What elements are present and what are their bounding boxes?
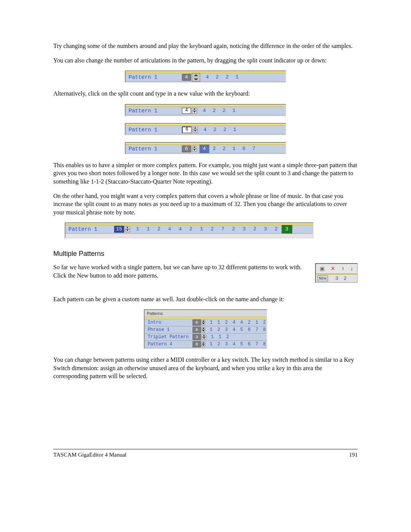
split-count-display[interactable]: 3 [193, 334, 201, 340]
articulation-cell[interactable]: 1 [229, 145, 239, 153]
pattern-name-label: Pattern 1 [126, 146, 182, 152]
articulation-cell[interactable]: 2 [220, 126, 230, 134]
pattern-name-editable[interactable]: Intro [145, 320, 193, 325]
pattern-list-row[interactable]: Pattern 4 8 ▲▼ 1 2 3 4 5 6 7 8 [145, 341, 266, 348]
articulation-cell[interactable]: 4 [164, 225, 175, 233]
articulation-cell[interactable]: 4 [202, 73, 212, 81]
articulation-cell[interactable]: 2 [154, 225, 164, 233]
patterns-list-figure: Patterns: Intro 8 ▲▼ 1 1 2 4 4 2 1 2 Phr [53, 309, 358, 349]
pattern-name-editable[interactable]: Pattern 4 [145, 342, 193, 347]
move-down-icon[interactable]: ↓ [350, 266, 353, 272]
split-count-spinner[interactable]: ▲▼ [202, 320, 205, 325]
articulation-cell[interactable]: 2 [207, 225, 218, 233]
articulation-cell[interactable]: 8 [261, 326, 268, 334]
split-count-display[interactable]: 8 [193, 327, 201, 333]
pattern-figure-click: Pattern 1 4 ▲▼ 4 2 2 1 [53, 104, 358, 116]
split-count-spinner[interactable]: ▲▼ [192, 108, 197, 114]
body-text: Alternatively, click on the split count … [53, 89, 358, 98]
pattern-name-editable[interactable]: Triplet Pattern [145, 334, 193, 340]
split-count-drag-handle[interactable] [192, 73, 200, 81]
articulation-cell[interactable]: 3 [282, 225, 292, 233]
split-count-display[interactable]: 15 [114, 226, 124, 233]
section-heading: Multiple Patterns [53, 250, 358, 258]
articulation-cell[interactable]: 2 [209, 107, 219, 115]
articulation-cell[interactable]: 7 [218, 225, 228, 233]
articulation-cell[interactable]: 2 [222, 73, 232, 81]
articulation-cell[interactable]: 5 [238, 326, 245, 334]
pattern-figure-drag: Pattern 1 4 4 2 2 1 [53, 70, 358, 83]
body-text: This enables us to have a simpler or mor… [53, 161, 358, 186]
articulation-cell[interactable]: 2 [212, 73, 222, 81]
split-count-spinner[interactable]: ▲▼ [202, 342, 205, 347]
patterns-header: Patterns: [145, 310, 266, 317]
toolbar-value[interactable]: 3 [333, 276, 341, 281]
articulation-cell[interactable]: 2 [250, 225, 260, 233]
body-text: Try changing some of the numbers around … [53, 42, 358, 50]
split-count-input[interactable]: 6 [182, 126, 192, 133]
articulation-cell[interactable]: 3 [260, 225, 271, 233]
pattern-name-label: Pattern 1 [126, 108, 182, 114]
articulation-cell[interactable]: 6 [245, 326, 253, 334]
body-text: On the other hand, you might want a very… [53, 192, 358, 217]
pattern-name-editable[interactable]: Phrase 1 [145, 327, 193, 332]
page-footer: TASCAM GigaEditor 4 Manual 191 [53, 449, 358, 458]
body-text: You can change between patterns using ei… [53, 356, 358, 380]
split-count-spinner[interactable]: ▲▼ [192, 146, 197, 152]
articulation-cell[interactable]: 2 [210, 126, 220, 134]
delete-icon[interactable]: ✕ [331, 265, 335, 272]
new-pattern-toolbar: ▣ ✕ ↑ ↓ New 3 2 [315, 263, 358, 283]
split-count-display[interactable]: 8 [193, 320, 201, 326]
split-count-spinner[interactable]: ▲▼ [202, 327, 205, 332]
articulation-cell[interactable]: 1 [232, 73, 242, 81]
split-count-spinner[interactable]: ▲▼ [202, 334, 206, 340]
articulation-cell[interactable]: 2 [186, 225, 196, 233]
body-text: Each pattern can be given a custom name … [53, 295, 358, 304]
articulation-cell[interactable]: 1 [143, 225, 154, 233]
split-count-spinner[interactable]: ▲▼ [193, 127, 198, 133]
toolbar-value[interactable]: 2 [341, 276, 349, 281]
articulation-cell[interactable]: 8 [261, 340, 268, 348]
pattern-figure-15: Pattern 1 15 ▲▼ 1 1 2 4 4 2 1 2 7 2 3 2 … [65, 222, 358, 238]
articulation-cell[interactable]: 7 [253, 326, 261, 334]
articulation-cell[interactable]: 1 [229, 107, 239, 115]
articulation-cell[interactable]: 6 [239, 145, 249, 153]
split-count-spinner[interactable]: ▲▼ [125, 226, 130, 232]
articulation-cell[interactable]: 4 [199, 107, 209, 115]
split-count-display[interactable]: 6 [182, 145, 191, 152]
articulation-cell[interactable]: 1 [207, 340, 215, 348]
articulation-cell[interactable]: 2 [219, 145, 229, 153]
articulation-cell[interactable]: 2 [209, 145, 219, 153]
articulation-cell[interactable]: 1 [132, 225, 143, 233]
pattern-list-row[interactable]: Phrase 1 8 ▲▼ 1 2 3 4 5 6 7 8 [145, 326, 266, 334]
articulation-cell[interactable]: 2 [219, 107, 229, 115]
split-count-input[interactable]: 4 [182, 108, 191, 114]
footer-title: TASCAM GigaEditor 4 Manual [53, 452, 127, 458]
footer-page-number: 191 [349, 452, 358, 458]
articulation-cell[interactable]: 6 [245, 340, 253, 348]
body-text: You can also change the number of articu… [53, 56, 358, 65]
pattern-name-label: Pattern 1 [126, 127, 182, 133]
body-text: So far we have worked with a single patt… [53, 263, 358, 280]
articulation-cell[interactable]: 7 [253, 340, 261, 348]
move-up-icon[interactable]: ↑ [342, 266, 344, 272]
articulation-cell[interactable]: 4 [175, 225, 186, 233]
articulation-cell[interactable]: 4 [199, 145, 209, 153]
split-count-display[interactable]: 4 [182, 74, 191, 81]
articulation-cell[interactable]: 2 [228, 225, 239, 233]
pattern-name-label: Pattern 1 [65, 226, 114, 232]
articulation-cell[interactable]: 1 [196, 225, 207, 233]
pattern-figure-expanded6: Pattern 1 6 ▲▼ 4 2 2 1 6 7 [53, 142, 358, 154]
articulation-cell[interactable]: 7 [249, 145, 259, 153]
pattern-figure-typed6: Pattern 1 6 ▲▼ 4 2 2 1 [53, 123, 358, 135]
articulation-cell[interactable]: 4 [230, 340, 238, 348]
articulation-cell[interactable]: 3 [223, 340, 230, 348]
articulation-cell[interactable]: 2 [215, 340, 223, 348]
articulation-cell[interactable]: 2 [271, 225, 282, 233]
articulation-cell[interactable]: 1 [230, 126, 240, 134]
articulation-cell[interactable]: 4 [200, 126, 210, 134]
select-icon[interactable]: ▣ [320, 265, 325, 272]
new-button[interactable]: New [317, 275, 328, 281]
articulation-cell[interactable]: 3 [239, 225, 250, 233]
split-count-display[interactable]: 8 [193, 341, 201, 347]
articulation-cell[interactable]: 5 [238, 340, 245, 348]
